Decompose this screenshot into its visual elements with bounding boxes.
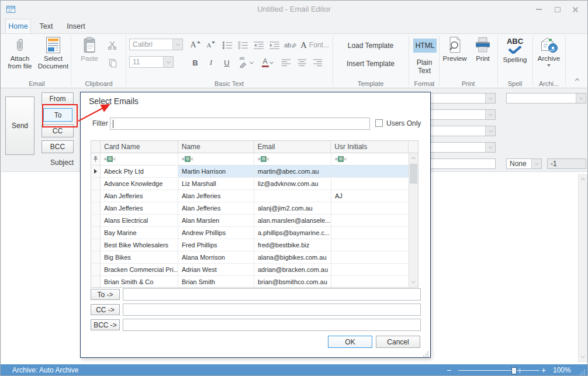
- filter-cell-usr-initials[interactable]: aBc: [331, 153, 409, 165]
- bold-button[interactable]: B: [189, 56, 202, 69]
- filter-cell-name[interactable]: aBc: [178, 153, 254, 165]
- move-cc-button[interactable]: CC ->: [91, 304, 120, 315]
- load-template-button[interactable]: Load Template: [334, 42, 407, 50]
- increase-indent-button[interactable]: [268, 39, 281, 51]
- dialog-resize-grip[interactable]: [423, 351, 429, 357]
- highlight-button[interactable]: ab: [236, 56, 255, 69]
- grid-vertical-scrollbar[interactable]: [409, 153, 418, 287]
- move-to-button[interactable]: To ->: [91, 289, 120, 300]
- bullet-list-button[interactable]: [236, 39, 249, 51]
- cell-usr-initials[interactable]: [331, 165, 409, 178]
- scrollbar-thumb[interactable]: [410, 164, 417, 184]
- insert-template-button[interactable]: Insert Template: [334, 60, 407, 68]
- cc-recipients-input[interactable]: [123, 303, 421, 316]
- cell-name[interactable]: Adrian West: [178, 264, 254, 276]
- font-size-combo[interactable]: 11: [129, 56, 174, 68]
- zoom-slider-track[interactable]: [458, 370, 539, 371]
- priority-combo[interactable]: None: [506, 158, 542, 169]
- cell-email[interactable]: adrian@bracken.com.au: [254, 264, 331, 276]
- font-name-combo[interactable]: Calibri: [129, 39, 183, 50]
- filter-input[interactable]: [110, 118, 370, 130]
- ok-button[interactable]: OK: [328, 336, 372, 348]
- cell-name[interactable]: Fred Phillips: [178, 239, 254, 251]
- cell-email[interactable]: liz@advknow.com.au: [254, 178, 331, 190]
- scroll-up-button[interactable]: [579, 175, 587, 184]
- filter-cell-email[interactable]: aBc: [254, 153, 331, 165]
- table-row[interactable]: Alan Jefferies Alan Jefferies AJ: [91, 190, 418, 202]
- combo-arrow-button[interactable]: [531, 159, 541, 168]
- cell-card-name[interactable]: Alans Electrical: [101, 215, 178, 227]
- bcc-button[interactable]: BCC: [41, 140, 74, 153]
- cell-name[interactable]: Alan Jefferies: [178, 190, 254, 202]
- cell-name[interactable]: Alana Morrison: [178, 251, 254, 264]
- maximize-button[interactable]: [550, 4, 565, 15]
- combo-arrow-button[interactable]: [485, 110, 495, 119]
- cell-email[interactable]: fred@bestbike.biz: [254, 239, 331, 251]
- column-header-usr-initials[interactable]: Usr Initials: [331, 141, 409, 153]
- align-center-button[interactable]: [295, 56, 308, 69]
- cell-email[interactable]: martin@abec.com.au: [254, 165, 331, 178]
- cell-card-name[interactable]: Bracken Commercial Pri...: [101, 264, 178, 276]
- table-row[interactable]: Alans Electrical Alan Marslen alan.marsl…: [91, 215, 418, 227]
- cell-usr-initials[interactable]: [331, 251, 409, 264]
- zoom-in-button[interactable]: +: [539, 365, 548, 375]
- account-field[interactable]: [506, 93, 586, 104]
- font-color-button[interactable]: A: [258, 56, 276, 69]
- italic-button[interactable]: I: [205, 56, 217, 69]
- attach-from-file-button[interactable]: Attach from file: [4, 35, 36, 70]
- scroll-up-button[interactable]: [409, 154, 417, 163]
- cell-usr-initials[interactable]: [331, 239, 409, 251]
- align-left-button[interactable]: [279, 56, 292, 69]
- cell-email[interactable]: alana@bigbikes.com.au: [254, 251, 331, 264]
- cell-name[interactable]: Liz Marshall: [178, 178, 254, 190]
- scroll-down-button[interactable]: [579, 352, 587, 361]
- cell-email[interactable]: alan.marslen@alansele...: [254, 215, 331, 227]
- preview-button[interactable]: Preview: [440, 35, 469, 63]
- priority-number-field[interactable]: -1: [547, 158, 586, 169]
- collapse-ribbon-button[interactable]: [572, 76, 582, 84]
- table-row[interactable]: Bracken Commercial Pri... Adrian West ad…: [91, 264, 418, 276]
- cell-usr-initials[interactable]: AJ: [331, 190, 409, 202]
- bcc-recipients-input[interactable]: [123, 319, 421, 331]
- table-row[interactable]: Big Bikes Alana Morrison alana@bigbikes.…: [91, 251, 418, 264]
- table-row[interactable]: Best Bike Wholesalers Fred Phillips fred…: [91, 239, 418, 251]
- table-row[interactable]: Bay Marine Andrew Phillips a.phillips@ba…: [91, 227, 418, 239]
- spelling-button[interactable]: ABC Spelling: [499, 35, 531, 64]
- filter-cell-card-name[interactable]: aBc: [101, 153, 178, 165]
- cell-card-name[interactable]: Advance Knowledge: [101, 178, 178, 190]
- font-dialog-button[interactable]: A Font...: [300, 40, 329, 50]
- column-header-card-name[interactable]: Card Name: [101, 141, 178, 153]
- combo-arrow-button[interactable]: [485, 126, 495, 136]
- cut-button[interactable]: [106, 39, 119, 51]
- cell-usr-initials[interactable]: [331, 264, 409, 276]
- combo-arrow-button[interactable]: [163, 57, 173, 67]
- cell-email[interactable]: a.phillips@baymarine.c...: [254, 227, 331, 239]
- combo-arrow-button[interactable]: [485, 94, 495, 103]
- cell-card-name[interactable]: Abeck Pty Ltd: [101, 165, 178, 178]
- cell-usr-initials[interactable]: [331, 276, 409, 288]
- numbered-list-button[interactable]: [220, 39, 233, 51]
- tab-text[interactable]: Text: [33, 19, 59, 33]
- table-row[interactable]: Brian Smith & Co Brian Smith brian@bsmit…: [91, 276, 418, 288]
- select-document-button[interactable]: Select Document: [37, 35, 70, 70]
- cell-usr-initials[interactable]: [331, 178, 409, 190]
- combo-arrow-button[interactable]: [172, 39, 182, 50]
- move-bcc-button[interactable]: BCC ->: [91, 319, 120, 330]
- scroll-down-button[interactable]: [409, 277, 417, 287]
- format-html-button[interactable]: HTML: [413, 39, 437, 53]
- table-row[interactable]: Alan Jefferies Alan Jefferies alanj@jim2…: [91, 202, 418, 215]
- window-resize-grip[interactable]: [579, 369, 586, 375]
- decrease-indent-button[interactable]: [252, 39, 265, 51]
- column-header-email[interactable]: Email: [254, 141, 331, 153]
- column-header-name[interactable]: Name: [178, 141, 254, 153]
- minimize-button[interactable]: [531, 4, 547, 15]
- copy-button[interactable]: [106, 56, 119, 69]
- underline-button[interactable]: U: [220, 56, 233, 69]
- format-plain-text-button[interactable]: Plain Text: [410, 58, 439, 75]
- cell-card-name[interactable]: Best Bike Wholesalers: [101, 239, 178, 251]
- zoom-out-button[interactable]: −: [445, 365, 453, 375]
- cell-name[interactable]: Alan Jefferies: [178, 202, 254, 215]
- cell-card-name[interactable]: Big Bikes: [101, 251, 178, 264]
- from-button[interactable]: From: [41, 92, 74, 105]
- cancel-button[interactable]: Cancel: [376, 336, 420, 348]
